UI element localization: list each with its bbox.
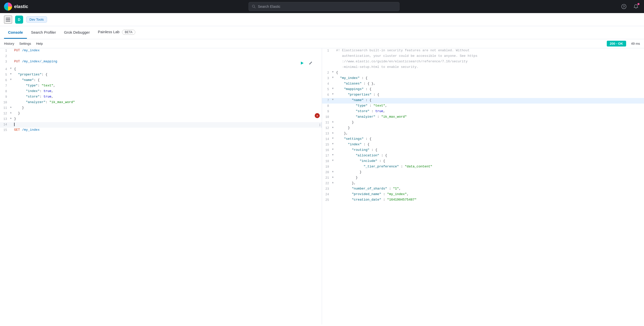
- output-line-14: 14 ▼ "settings" : {: [322, 137, 644, 142]
- editor-panel[interactable]: 1 PUT /my_index 2 3 PUT /my_index/_mappi…: [0, 48, 322, 324]
- main-content: 1 PUT /my_index 2 3 PUT /my_index/_mappi…: [0, 48, 644, 324]
- settings-button[interactable]: Settings: [19, 42, 31, 45]
- elastic-logo-icon: [4, 3, 12, 11]
- output-line-4: 4 "aliases" : { },: [322, 81, 644, 87]
- svg-rect-4: [6, 18, 10, 18]
- editor-line-7: 7 "type": "text",: [0, 83, 322, 89]
- timing-badge: 49 ms: [631, 42, 640, 45]
- search-bar-container: Search Elastic: [31, 2, 617, 11]
- output-line-17: 17 ▼ "allocation" : {: [322, 153, 644, 159]
- editor-line-6: 6 ▼ "name": {: [0, 78, 322, 83]
- tab-search-profiler[interactable]: Search Profiler: [27, 27, 60, 39]
- output-line-19: 19 "_tier_preference" : "data_content": [322, 164, 644, 170]
- output-line-13: 13 ▲ },: [322, 131, 644, 137]
- elastic-logo[interactable]: elastic: [4, 3, 28, 11]
- tab-painless-lab[interactable]: Painless Lab BETA: [94, 26, 139, 39]
- editor-line-13: 13 ▲ }: [0, 117, 322, 122]
- output-line-9: 9 "store" : true,: [322, 109, 644, 115]
- output-line-1d: -minimal-setup.html to enable security.: [322, 65, 644, 70]
- console-toolbar: History Settings Help 200 - OK 49 ms: [0, 39, 644, 48]
- output-line-1: 1 #! Elasticsearch built-in security fea…: [322, 48, 644, 54]
- output-line-24: 24 "provided_name" : "my_index",: [322, 192, 644, 198]
- output-line-7: 7 ▼ "name" : {: [322, 98, 644, 104]
- user-avatar[interactable]: D: [15, 16, 23, 24]
- output-line-10: 10 "analyzer" : "ik_max_word": [322, 115, 644, 120]
- help-circle-icon: ?: [621, 4, 626, 9]
- play-icon: [300, 61, 304, 65]
- wrench-icon: [309, 61, 313, 65]
- editor-line-14: 14: [0, 122, 322, 128]
- output-line-16: 16 ▼ "routing" : {: [322, 148, 644, 153]
- output-line-11: 11 ▲ }: [322, 120, 644, 126]
- output-line-12: 12 ▲ }: [322, 126, 644, 131]
- top-nav: elastic Search Elastic ?: [0, 0, 644, 13]
- editor-line-11: 11 ▲ }: [0, 106, 322, 111]
- output-line-20: 20 ▲ }: [322, 170, 644, 175]
- search-icon: [252, 5, 256, 9]
- hamburger-icon: [6, 18, 10, 21]
- resize-handle[interactable]: [320, 122, 322, 128]
- notifications-button[interactable]: [632, 3, 640, 11]
- svg-rect-5: [6, 19, 10, 20]
- output-line-1c: ://www.elastic.co/guide/en/elasticsearch…: [322, 59, 644, 65]
- logo-text: elastic: [14, 4, 28, 9]
- help-button[interactable]: Help: [36, 42, 43, 45]
- svg-line-1: [254, 7, 255, 8]
- notification-badge: [637, 3, 639, 5]
- editor-line-15: 15 GET /my_index: [0, 128, 322, 133]
- wrench-button[interactable]: [307, 60, 314, 67]
- run-button[interactable]: [299, 60, 306, 67]
- output-line-21: 21 ▲ }: [322, 175, 644, 181]
- hamburger-menu-button[interactable]: [4, 16, 12, 24]
- output-line-8: 8 "type" : "text",: [322, 104, 644, 109]
- output-line-23: 23 "number_of_shards" : "1",: [322, 187, 644, 192]
- status-badge: 200 - OK: [607, 41, 626, 46]
- svg-marker-7: [301, 62, 304, 65]
- dev-tools-badge[interactable]: Dev Tools: [26, 16, 47, 23]
- editor-line-12: 12 ▲ }: [0, 111, 322, 117]
- history-button[interactable]: History: [4, 42, 14, 45]
- output-line-1b: authentication, your cluster could be ac…: [322, 54, 644, 59]
- output-line-3: 3 ▼ "my_index" : {: [322, 76, 644, 81]
- output-line-15: 15 ▼ "index" : {: [322, 142, 644, 148]
- output-panel[interactable]: 1 #! Elasticsearch built-in security fea…: [322, 48, 644, 324]
- help-circle-button[interactable]: ?: [620, 3, 628, 11]
- beta-badge: BETA: [122, 30, 135, 35]
- editor-line-8: 8 "index": true,: [0, 89, 322, 95]
- svg-text:?: ?: [623, 5, 625, 9]
- tab-console[interactable]: Console: [4, 27, 27, 39]
- output-line-6: 6 ▼ "properties" : {: [322, 92, 644, 98]
- output-line-25: 25 "creation_date" : "1641904575487": [322, 198, 644, 203]
- output-line-5: 5 ▼ "mappings" : {: [322, 87, 644, 92]
- global-search-bar[interactable]: Search Elastic: [249, 2, 399, 11]
- editor-line-4: 4 ▼ {: [0, 67, 322, 72]
- search-placeholder: Search Elastic: [258, 5, 280, 9]
- output-line-18: 18 ▼ "include" : {: [322, 159, 644, 164]
- output-line-2: 2 ▼ {: [322, 70, 644, 76]
- secondary-nav: D Dev Tools: [0, 13, 644, 26]
- editor-line-9: 9 "store": true,: [0, 95, 322, 100]
- tabs-bar: Console Search Profiler Grok Debugger Pa…: [0, 26, 644, 39]
- nav-right: ?: [620, 3, 640, 11]
- editor-line-1: 1 PUT /my_index: [0, 48, 322, 54]
- svg-rect-6: [6, 21, 10, 21]
- tab-grok-debugger[interactable]: Grok Debugger: [60, 27, 94, 39]
- editor-line-5: 5 ▼ "properties": {: [0, 72, 322, 78]
- editor-line-2: 2: [0, 54, 322, 59]
- editor-line-3: 3 PUT /my_index/_mapping: [0, 59, 322, 67]
- output-line-22: 22 ▲ },: [322, 181, 644, 187]
- editor-line-10: 10 "analyzer": "ik_max_word": [0, 100, 322, 106]
- close-output-button[interactable]: ✕: [315, 113, 320, 118]
